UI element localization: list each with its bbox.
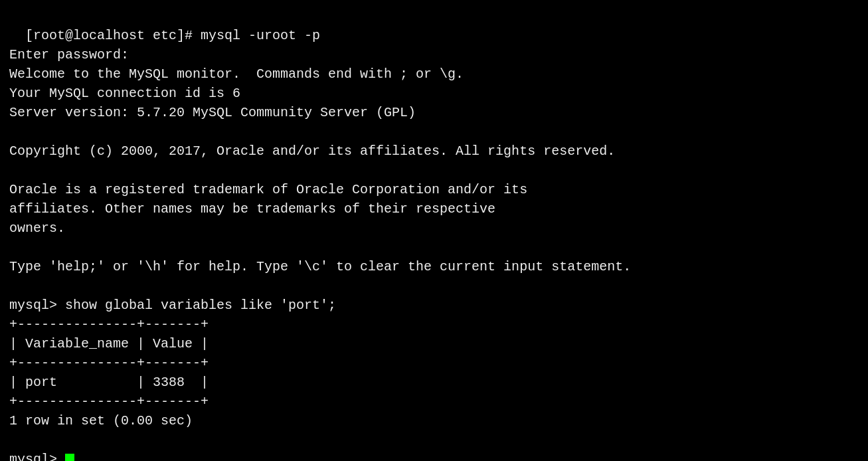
terminal-window[interactable]: [root@localhost etc]# mysql -uroot -p En… [0,0,868,461]
terminal-output: [root@localhost etc]# mysql -uroot -p En… [9,28,631,461]
cursor [65,454,74,461]
